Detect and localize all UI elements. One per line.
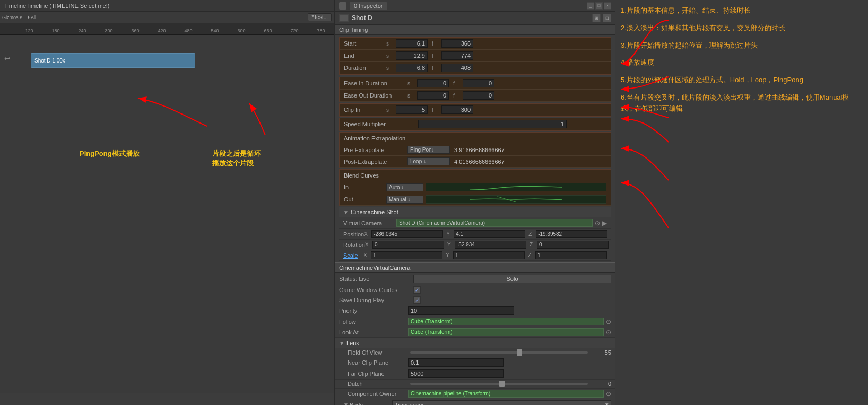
start-values: s f (386, 39, 473, 48)
blend-in-curve[interactable] (426, 183, 606, 191)
clip-in-values: s f (386, 105, 473, 114)
follow-dot-icon[interactable]: ⊙ (606, 318, 611, 325)
fov-slider[interactable] (410, 351, 588, 354)
scale-label[interactable]: Scale (343, 252, 363, 259)
virtual-camera-arrow-icon[interactable]: ▶ (602, 219, 607, 227)
blend-in-dropdown[interactable]: Auto ↓ (386, 183, 423, 191)
end-label: End (344, 52, 386, 59)
solo-button[interactable]: Solo (413, 275, 611, 283)
clip-timing-box: Start s f End s f Duration s f (339, 37, 611, 75)
far-clip-input[interactable] (408, 369, 504, 378)
clip-block-shotd[interactable]: Shot D 1.00x (31, 53, 195, 68)
virtual-camera-dot-icon[interactable]: ⊙ (595, 219, 600, 227)
dutch-thumb[interactable] (499, 381, 505, 387)
priority-label: Priority (339, 307, 408, 314)
ease-out-f-input[interactable] (463, 91, 494, 100)
fov-row: Field Of View 55 (335, 348, 615, 357)
scale-x-field: X (363, 251, 442, 259)
save-during-play-checkbox[interactable]: ✓ (413, 296, 421, 304)
blend-out-curve[interactable] (426, 195, 606, 204)
game-window-guides-checkbox[interactable]: ✓ (413, 286, 421, 294)
follow-label: Follow (339, 319, 408, 325)
clip-in-s-input[interactable] (396, 105, 428, 114)
shot-btn-2[interactable]: ⊡ (603, 14, 611, 22)
scale-z-input[interactable] (535, 251, 607, 259)
duration-values: s f (386, 64, 473, 72)
clip-in-f-prefix: f (432, 107, 437, 113)
pre-extrapolate-row: Pre-Extrapolate Ping Pon↓ 3.916666666666… (340, 144, 611, 156)
post-extrapolate-dropdown[interactable]: Loop ↓ (407, 157, 450, 165)
game-window-guides-row: Game Window Guides ✓ (335, 285, 615, 295)
ease-out-s-input[interactable] (417, 91, 449, 100)
end-s-input[interactable] (396, 51, 428, 60)
window-minimize[interactable]: _ (587, 2, 594, 10)
start-f-input[interactable] (441, 39, 473, 48)
dutch-slider[interactable] (410, 383, 588, 385)
fov-thumb[interactable] (517, 349, 522, 356)
pre-extrapolate-dropdown[interactable]: Ping Pon↓ (407, 146, 450, 154)
component-owner-dot-icon[interactable]: ⊙ (606, 390, 611, 398)
blend-header-row: Blend Curves (340, 170, 611, 181)
clip-in-label: Clip In (344, 107, 386, 113)
timeline-panel: TimelineTimeline (TIMELINE Select me!) G… (0, 0, 334, 405)
ease-in-values: s f (407, 79, 494, 87)
look-at-ref[interactable]: Cube (Transform) (408, 328, 604, 336)
timeline-ruler: 120 180 240 300 360 420 480 540 600 660 … (0, 23, 334, 35)
rot-x-prefix: X (365, 242, 371, 248)
cinemachine-virtual-header: CinemachineVirtualCamera (335, 263, 615, 273)
duration-s-input[interactable] (396, 64, 428, 72)
pos-y-input[interactable] (454, 230, 525, 238)
gizmos-dropdown[interactable]: Gizmos ▾ (2, 15, 22, 20)
scale-z-field: Z (528, 251, 607, 259)
pre-value-text: 3.91666666666667 (454, 147, 505, 153)
look-at-dot-icon[interactable]: ⊙ (606, 329, 611, 336)
follow-ref[interactable]: Cube (Transform) (408, 318, 604, 325)
window-close[interactable]: × (604, 2, 611, 10)
fov-value: 55 (590, 349, 611, 356)
rot-z-input[interactable] (537, 241, 609, 249)
end-f-input[interactable] (441, 51, 473, 60)
start-s-input[interactable] (396, 39, 428, 48)
pos-x-input[interactable] (371, 230, 443, 238)
annotation-note5-text: 5.片段的外部延伸区域的处理方式。Hold，Loop，PingPong (621, 76, 803, 84)
annotation-note1-text: 1.片段的基本信息，开始、结束、持续时长 (621, 6, 751, 14)
rot-y-input[interactable] (455, 241, 526, 249)
pos-z-input[interactable] (536, 230, 607, 238)
end-s-prefix: s (386, 53, 392, 59)
end-f-prefix: f (432, 53, 437, 59)
ruler-mark-360: 360 (122, 28, 149, 33)
pos-z-field: Z (528, 230, 607, 238)
ease-in-f-input[interactable] (463, 79, 494, 87)
annotation-note3: 3.片段开始播放的起始位置，理解为跳过片头 (621, 40, 863, 51)
scale-y-input[interactable] (453, 251, 525, 259)
inspector-tab[interactable]: 0 Inspector (350, 2, 387, 10)
scale-x-input[interactable] (371, 251, 442, 259)
speed-input[interactable] (418, 120, 567, 128)
clip-in-f-input[interactable] (441, 105, 473, 114)
shot-btn-1[interactable]: ⊞ (592, 14, 601, 22)
window-maximize[interactable]: □ (595, 2, 603, 10)
check-icon: ✓ (415, 287, 419, 293)
all-dropdown[interactable]: ✦All (27, 15, 36, 20)
ruler-mark-420: 420 (149, 28, 175, 33)
ease-in-s-input[interactable] (417, 79, 449, 87)
ruler-marks-container: 120 180 240 300 360 420 480 540 600 660 … (0, 28, 334, 33)
ease-out-values: s f (407, 91, 494, 100)
priority-input[interactable] (408, 306, 514, 315)
duration-f-input[interactable] (441, 64, 473, 72)
ruler-mark-780: 780 (308, 28, 334, 33)
test-button[interactable]: *Test... (308, 13, 332, 21)
blend-out-dropdown[interactable]: Manual ↓ (386, 196, 423, 204)
component-owner-ref[interactable]: Cinemachine pipeline (Transform) (408, 390, 604, 398)
annotation-area: 1.片段的基本信息，开始、结束、持续时长 2.淡入淡出：如果和其他片段有交叉，交… (615, 0, 868, 405)
ruler-mark-540: 540 (202, 28, 228, 33)
rot-x-input[interactable] (372, 241, 444, 249)
nav-back-icon[interactable]: ↩ (4, 54, 11, 63)
body-dropdown[interactable]: Transposer ▾ (392, 400, 611, 405)
near-clip-input[interactable] (408, 358, 504, 367)
scale-y-field: Y (446, 251, 525, 259)
look-at-label: Look At (339, 329, 408, 336)
ruler-mark-660: 660 (255, 28, 281, 33)
virtual-camera-ref[interactable]: Shot D (CinemachineVirtualCamera) (396, 219, 593, 227)
body-row: ▼ Body Transposer ▾ (335, 399, 615, 405)
